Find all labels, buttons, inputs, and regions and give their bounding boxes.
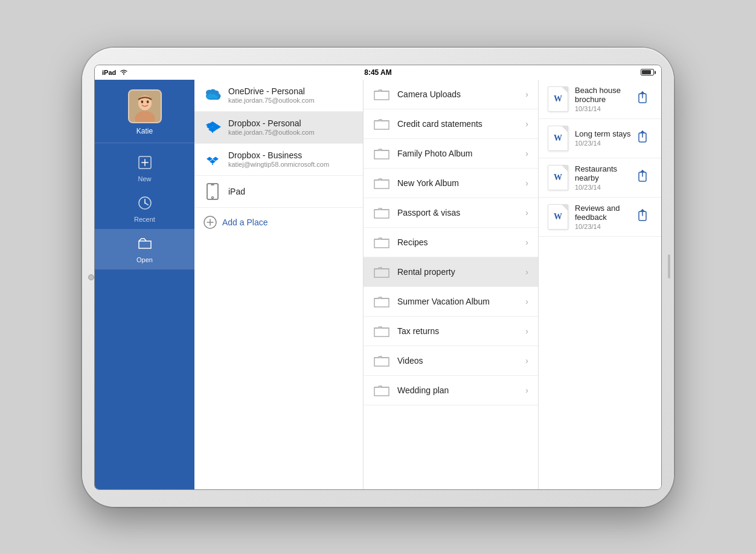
chevron-icon: › bbox=[525, 178, 528, 188]
folder-icon bbox=[373, 265, 390, 279]
word-w-icon: W bbox=[554, 94, 562, 104]
file-date: 10/23/14 bbox=[575, 184, 632, 191]
folder-family-photo[interactable]: Family Photo Album › bbox=[364, 139, 538, 169]
open-label: Open bbox=[136, 256, 153, 263]
word-doc-icon: W bbox=[547, 86, 569, 112]
status-right bbox=[641, 69, 654, 76]
dropbox-business-email: katiej@wingtip58.onmicrosoft.com bbox=[228, 161, 354, 168]
folder-name-camera: Camera Uploads bbox=[397, 89, 525, 99]
svg-point-3 bbox=[141, 100, 143, 103]
files-panel: W Beach house brochure 10/31/14 bbox=[539, 80, 661, 489]
folder-videos[interactable]: Videos › bbox=[364, 346, 538, 376]
folder-name-family: Family Photo Album bbox=[397, 149, 525, 158]
add-place-label: Add a Place bbox=[222, 217, 268, 227]
folder-name-newyork: New York Album bbox=[397, 178, 525, 188]
place-dropbox-business[interactable]: Dropbox - Business katiej@wingtip58.onmi… bbox=[194, 144, 363, 176]
sidebar: Katie New bbox=[95, 80, 194, 489]
wifi-icon bbox=[120, 68, 128, 76]
file-long-term[interactable]: W Long term stays 10/23/14 bbox=[539, 119, 661, 158]
folder-name-passport: Passport & visas bbox=[397, 208, 525, 217]
dropbox-personal-icon bbox=[203, 118, 222, 137]
volume-button[interactable] bbox=[668, 254, 670, 279]
sidebar-item-new[interactable]: New bbox=[95, 148, 194, 188]
chevron-icon: › bbox=[525, 237, 528, 247]
folder-name-tax: Tax returns bbox=[397, 326, 525, 336]
user-profile-section[interactable]: Katie bbox=[95, 80, 194, 143]
svg-point-17 bbox=[212, 132, 213, 133]
folder-rental[interactable]: Rental property › bbox=[364, 257, 538, 287]
file-info: Reviews and feedback 10/23/14 bbox=[575, 204, 632, 230]
share-icon[interactable] bbox=[632, 207, 653, 227]
word-w-icon: W bbox=[554, 212, 562, 222]
folder-name-recipes: Recipes bbox=[397, 237, 525, 247]
chevron-icon: › bbox=[525, 385, 528, 395]
folder-name-videos: Videos bbox=[397, 356, 525, 366]
dropbox-personal-email: katie.jordan.75@outlook.com bbox=[228, 129, 354, 136]
chevron-icon: › bbox=[525, 297, 528, 306]
svg-line-10 bbox=[145, 203, 148, 205]
folder-icon bbox=[373, 88, 390, 101]
file-info: Long term stays 10/23/14 bbox=[575, 129, 632, 147]
battery-icon bbox=[641, 69, 654, 76]
app-area: Katie New bbox=[95, 80, 661, 489]
folder-credit-card[interactable]: Credit card statements › bbox=[364, 109, 538, 139]
file-beach-house[interactable]: W Beach house brochure 10/31/14 bbox=[539, 80, 661, 119]
folder-name-wedding: Wedding plan bbox=[397, 385, 525, 395]
folder-name-credit: Credit card statements bbox=[397, 119, 525, 129]
word-w-icon: W bbox=[554, 173, 562, 182]
chevron-icon: › bbox=[525, 208, 528, 217]
svg-rect-22 bbox=[207, 184, 218, 199]
add-icon bbox=[203, 215, 217, 230]
folder-icon bbox=[373, 236, 390, 249]
svg-marker-19 bbox=[213, 155, 219, 161]
place-name: OneDrive - Personal bbox=[228, 86, 354, 96]
recent-icon bbox=[136, 195, 153, 214]
folder-recipes[interactable]: Recipes › bbox=[364, 228, 538, 257]
onedrive-icon bbox=[203, 86, 222, 105]
folder-summer[interactable]: Summer Vacation Album › bbox=[364, 287, 538, 317]
folder-wedding[interactable]: Wedding plan › bbox=[364, 376, 538, 405]
svg-point-21 bbox=[212, 164, 213, 165]
word-w-icon: W bbox=[554, 134, 562, 143]
share-icon[interactable] bbox=[632, 128, 653, 149]
add-place-button[interactable]: Add a Place bbox=[194, 208, 363, 237]
place-ipad[interactable]: iPad bbox=[194, 176, 363, 208]
sidebar-item-open[interactable]: Open bbox=[95, 229, 194, 269]
place-onedrive-personal[interactable]: OneDrive - Personal katie.jordan.75@outl… bbox=[194, 80, 363, 112]
ipad-icon bbox=[203, 182, 222, 201]
folder-icon bbox=[373, 147, 390, 160]
status-left: iPad bbox=[102, 68, 128, 76]
folders-panel: Camera Uploads › Credit card statements … bbox=[364, 80, 539, 489]
place-dropbox-personal[interactable]: Dropbox - Personal katie.jordan.75@outlo… bbox=[194, 112, 363, 144]
recent-label: Recent bbox=[134, 216, 155, 223]
file-info: Restaurants nearby 10/23/14 bbox=[575, 164, 632, 191]
chevron-icon: › bbox=[525, 267, 528, 277]
file-name: Restaurants nearby bbox=[575, 164, 632, 182]
folder-camera-uploads[interactable]: Camera Uploads › bbox=[364, 80, 538, 109]
sidebar-item-recent[interactable]: Recent bbox=[95, 188, 194, 229]
folder-icon bbox=[373, 176, 390, 190]
share-icon[interactable] bbox=[632, 167, 653, 188]
share-icon[interactable] bbox=[632, 89, 653, 109]
new-label: New bbox=[138, 175, 151, 182]
home-button[interactable] bbox=[88, 274, 94, 280]
place-text-ipad: iPad bbox=[228, 187, 354, 196]
folder-tax[interactable]: Tax returns › bbox=[364, 317, 538, 346]
ipad-place-name: iPad bbox=[228, 187, 354, 196]
folder-name-rental: Rental property bbox=[397, 267, 525, 277]
folder-icon bbox=[373, 324, 390, 338]
folder-new-york[interactable]: New York Album › bbox=[364, 169, 538, 198]
dropbox-personal-name: Dropbox - Personal bbox=[228, 118, 354, 128]
file-date: 10/31/14 bbox=[575, 105, 632, 112]
chevron-icon: › bbox=[525, 326, 528, 336]
folder-icon bbox=[373, 117, 390, 130]
chevron-icon: › bbox=[525, 119, 528, 129]
file-name: Beach house brochure bbox=[575, 86, 632, 104]
folder-passport[interactable]: Passport & visas › bbox=[364, 198, 538, 228]
place-text-business: Dropbox - Business katiej@wingtip58.onmi… bbox=[228, 150, 354, 168]
file-restaurants[interactable]: W Restaurants nearby 10/23/14 bbox=[539, 158, 661, 198]
chevron-icon: › bbox=[525, 149, 528, 158]
chevron-icon: › bbox=[525, 356, 528, 366]
file-date: 10/23/14 bbox=[575, 140, 632, 147]
file-reviews[interactable]: W Reviews and feedback 10/23/14 bbox=[539, 198, 661, 237]
